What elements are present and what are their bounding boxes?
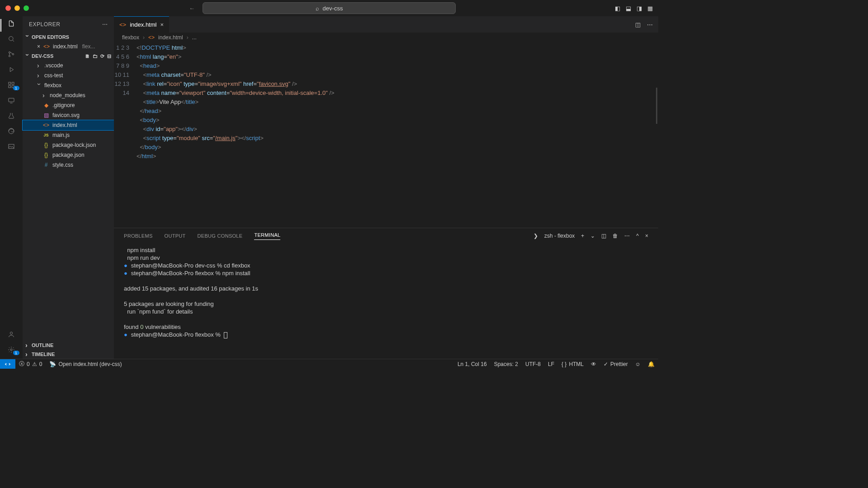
new-terminal-icon[interactable]: + bbox=[581, 233, 584, 239]
line-numbers: 1 2 3 4 5 6 7 8 9 10 11 12 13 14 bbox=[114, 42, 137, 228]
new-folder-icon[interactable]: 🗀 bbox=[93, 53, 98, 59]
file-style-css[interactable]: #style.css bbox=[23, 160, 114, 170]
html-file-icon: <> bbox=[119, 21, 126, 28]
status-feedback-icon[interactable]: ☺ bbox=[632, 361, 644, 367]
new-file-icon[interactable]: 🗎 bbox=[85, 53, 90, 59]
folder-vscode[interactable]: .vscode bbox=[23, 61, 114, 70]
status-open-html[interactable]: 📡 Open index.html (dev-css) bbox=[46, 361, 125, 367]
scm-view-icon[interactable] bbox=[0, 51, 22, 58]
explorer-view-icon[interactable] bbox=[0, 20, 22, 27]
search-view-icon[interactable] bbox=[0, 35, 22, 42]
status-bell-icon[interactable]: 🔔 bbox=[644, 361, 658, 367]
svg-rect-10 bbox=[9, 144, 14, 148]
open-editor-item[interactable]: × <> index.html flex... bbox=[23, 42, 114, 52]
refresh-icon[interactable]: ⟳ bbox=[100, 53, 104, 59]
image-icon[interactable] bbox=[0, 143, 22, 150]
close-window-icon[interactable] bbox=[5, 5, 11, 11]
testing-view-icon[interactable] bbox=[0, 112, 22, 119]
remote-indicator[interactable] bbox=[0, 359, 15, 369]
kill-terminal-icon[interactable]: 🗑 bbox=[613, 233, 618, 239]
toggle-secondary-icon[interactable]: ◨ bbox=[637, 5, 642, 12]
file-gitignore[interactable]: ◆.gitignore bbox=[23, 100, 114, 110]
warning-icon: ⚠ bbox=[32, 361, 37, 367]
error-icon: ⓧ bbox=[19, 360, 24, 368]
outline-header[interactable]: OUTLINE bbox=[23, 341, 114, 350]
breadcrumbs[interactable]: flexbox› <> index.html› ... bbox=[114, 33, 658, 42]
html-file-icon: <> bbox=[42, 122, 50, 128]
js-file-icon: JS bbox=[42, 133, 50, 137]
status-encoding[interactable]: UTF-8 bbox=[522, 361, 544, 367]
status-cursor-pos[interactable]: Ln 1, Col 16 bbox=[454, 361, 491, 367]
folder-css-test[interactable]: css-test bbox=[23, 70, 114, 80]
close-tab-icon[interactable]: × bbox=[160, 21, 164, 28]
extensions-view-icon[interactable]: 1 bbox=[0, 81, 22, 89]
status-bar: ⓧ0 ⚠0 📡 Open index.html (dev-css) Ln 1, … bbox=[0, 359, 658, 369]
collapse-icon[interactable]: ⊟ bbox=[107, 53, 111, 59]
crumb-file[interactable]: index.html bbox=[158, 34, 183, 41]
status-live-icon[interactable]: 👁 bbox=[587, 361, 600, 367]
terminal-shell-label[interactable]: zsh - flexbox bbox=[544, 233, 575, 239]
file-package-json[interactable]: {}package.json bbox=[23, 150, 114, 160]
more-terminal-icon[interactable]: ⋯ bbox=[624, 233, 630, 239]
svg-point-12 bbox=[10, 349, 12, 351]
back-icon[interactable]: ← bbox=[189, 5, 195, 12]
debug-view-icon[interactable] bbox=[0, 66, 22, 73]
customize-layout-icon[interactable]: ▦ bbox=[647, 5, 653, 12]
editor-group: <> index.html × ◫ ⋯ flexbox› <> index.ht… bbox=[114, 16, 658, 359]
timeline-header[interactable]: TIMELINE bbox=[23, 350, 114, 359]
crumb-more[interactable]: ... bbox=[192, 34, 197, 41]
status-prettier[interactable]: ✓ Prettier bbox=[600, 361, 632, 367]
file-package-lock[interactable]: {}package-lock.json bbox=[23, 140, 114, 150]
close-icon[interactable]: × bbox=[37, 43, 40, 50]
code-content[interactable]: <!DOCTYPE html> <html lang="en"> <head> … bbox=[137, 42, 658, 228]
code-editor[interactable]: 1 2 3 4 5 6 7 8 9 10 11 12 13 14 <!DOCTY… bbox=[114, 42, 658, 228]
terminal-dropdown-icon[interactable]: ⌄ bbox=[590, 233, 595, 239]
folder-node-modules[interactable]: node_modules bbox=[23, 90, 114, 100]
json-file-icon: {} bbox=[42, 142, 50, 148]
project-label: DEV-CSS bbox=[32, 53, 53, 59]
close-panel-icon[interactable]: × bbox=[645, 233, 648, 239]
status-spaces[interactable]: Spaces: 2 bbox=[491, 361, 522, 367]
open-editors-label: OPEN EDITORS bbox=[32, 34, 69, 40]
status-language[interactable]: { } HTML bbox=[558, 361, 587, 367]
settings-badge: 1 bbox=[13, 351, 19, 355]
minimize-window-icon[interactable] bbox=[14, 5, 20, 11]
svg-point-0 bbox=[9, 37, 13, 41]
more-icon[interactable]: ⋯ bbox=[102, 21, 108, 28]
search-text: dev-css bbox=[323, 5, 343, 12]
panel-tab-debug[interactable]: DEBUG CONSOLE bbox=[198, 233, 243, 239]
split-terminal-icon[interactable]: ◫ bbox=[601, 233, 606, 239]
panel-tab-output[interactable]: OUTPUT bbox=[165, 233, 186, 239]
minimap[interactable] bbox=[656, 88, 657, 124]
maximize-panel-icon[interactable]: ^ bbox=[636, 233, 639, 239]
project-header[interactable]: DEV-CSS 🗎 🗀 ⟳ ⊟ bbox=[23, 52, 114, 61]
status-eol[interactable]: LF bbox=[544, 361, 558, 367]
crumb-folder[interactable]: flexbox bbox=[122, 34, 139, 41]
traffic-lights bbox=[5, 5, 29, 11]
file-favicon[interactable]: ▧favicon.svg bbox=[23, 110, 114, 120]
svg-icon: ▧ bbox=[42, 112, 50, 118]
tab-index-html[interactable]: <> index.html × bbox=[114, 16, 169, 33]
accounts-icon[interactable] bbox=[0, 331, 22, 338]
svg-point-2 bbox=[9, 55, 10, 56]
edge-icon[interactable] bbox=[0, 127, 22, 135]
open-editors-header[interactable]: OPEN EDITORS bbox=[23, 33, 114, 42]
file-main-js[interactable]: JSmain.js bbox=[23, 130, 114, 140]
svg-point-1 bbox=[9, 52, 10, 53]
file-index-html[interactable]: <>index.html bbox=[23, 120, 114, 130]
toggle-sidebar-icon[interactable]: ◧ bbox=[615, 5, 620, 12]
maximize-window-icon[interactable] bbox=[24, 5, 29, 11]
status-problems[interactable]: ⓧ0 ⚠0 bbox=[15, 360, 46, 368]
settings-icon[interactable]: 1 bbox=[0, 346, 22, 353]
panel-tab-terminal[interactable]: TERMINAL bbox=[254, 232, 280, 240]
editor-tabs: <> index.html × ◫ ⋯ bbox=[114, 16, 658, 33]
panel-tab-problems[interactable]: PROBLEMS bbox=[124, 233, 153, 239]
terminal[interactable]: npm install npm run dev ● stephan@MacBoo… bbox=[114, 244, 658, 359]
remote-view-icon[interactable] bbox=[0, 97, 22, 104]
git-icon: ◆ bbox=[42, 102, 50, 108]
command-center[interactable]: ⌕ dev-css bbox=[203, 2, 456, 14]
folder-flexbox[interactable]: flexbox bbox=[23, 80, 114, 90]
split-editor-icon[interactable]: ◫ bbox=[635, 21, 641, 28]
more-actions-icon[interactable]: ⋯ bbox=[647, 21, 653, 28]
toggle-panel-icon[interactable]: ⬓ bbox=[626, 5, 631, 12]
